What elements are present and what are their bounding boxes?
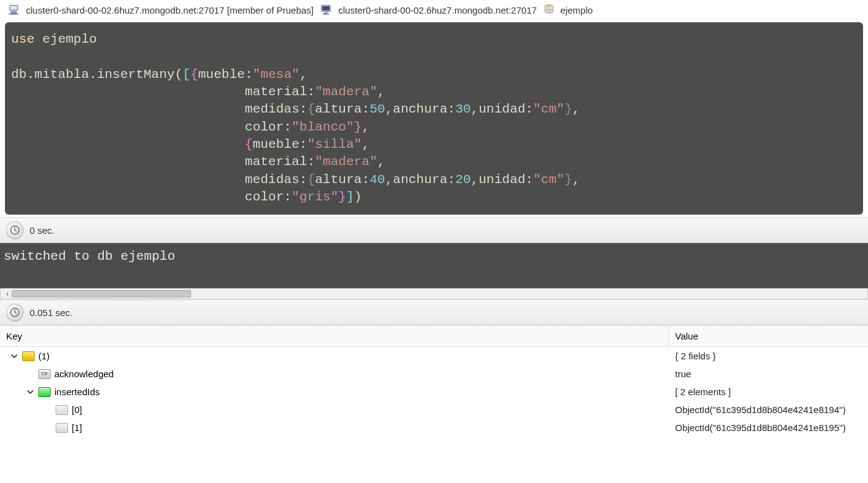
svg-rect-5	[323, 6, 330, 11]
result-row[interactable]: [1]ObjectId("61c395d1d8b804e4241e8195")	[0, 419, 868, 437]
console-output: switched to db ejemplo	[0, 243, 868, 288]
chevron-down-icon[interactable]	[10, 352, 19, 361]
svg-rect-7	[323, 14, 329, 15]
svg-rect-2	[11, 12, 16, 14]
query-editor[interactable]: use ejemplo db.mitabla.insertMany([{mueb…	[5, 22, 863, 215]
result-key: [1]	[72, 422, 82, 433]
clock-icon	[6, 304, 23, 321]
result-row[interactable]: [0]ObjectId("61c395d1d8b804e4241e8194")	[0, 401, 868, 419]
oid-type-icon	[56, 405, 68, 415]
breadcrumb-host-context[interactable]: cluster0-shard-00-02.6huz7.mongodb.net:2…	[7, 4, 313, 16]
result-row[interactable]: insertedIds[ 2 elements ]	[0, 383, 868, 401]
results-column-key[interactable]: Key	[0, 326, 669, 346]
svg-rect-6	[325, 12, 328, 14]
breadcrumb-database-label: ejemplo	[560, 5, 593, 15]
result-value: ObjectId("61c395d1d8b804e4241e8195")	[669, 421, 868, 434]
results-column-value[interactable]: Value	[669, 326, 868, 346]
arr-type-icon	[38, 387, 51, 397]
server-icon	[7, 4, 21, 16]
result-key: [0]	[72, 404, 82, 415]
oid-type-icon	[56, 423, 68, 433]
results-header: Key Value	[0, 326, 868, 347]
scroll-left-icon[interactable]: ‹	[3, 289, 12, 298]
result-key: acknowledged	[54, 369, 114, 379]
svg-rect-1	[11, 6, 17, 9]
breadcrumb: cluster0-shard-00-02.6huz7.mongodb.net:2…	[0, 0, 868, 20]
console-output-text: switched to db ejemplo	[4, 249, 175, 263]
breadcrumb-host-context-label: cluster0-shard-00-02.6huz7.mongodb.net:2…	[26, 5, 313, 15]
result-value: ObjectId("61c395d1d8b804e4241e8194")	[669, 403, 868, 416]
timing-bar-1: 0 sec.	[0, 217, 868, 243]
result-value: { 2 fields }	[669, 349, 868, 362]
bool-type-icon: T/F	[38, 369, 51, 379]
result-row[interactable]: T/Facknowledgedtrue	[0, 365, 868, 383]
horizontal-scrollbar[interactable]: ‹	[0, 288, 868, 299]
clock-icon	[6, 221, 23, 239]
result-value: true	[669, 367, 868, 380]
results-body: (1){ 2 fields }T/Facknowledgedtrueinsert…	[0, 347, 868, 437]
result-row[interactable]: (1){ 2 fields }	[0, 347, 868, 365]
timing-bar-2: 0.051 sec.	[0, 299, 868, 325]
result-key: (1)	[38, 351, 49, 361]
breadcrumb-host-label: cluster0-shard-00-02.6huz7.mongodb.net:2…	[338, 5, 537, 15]
chevron-down-icon[interactable]	[26, 388, 35, 396]
svg-rect-3	[9, 14, 19, 15]
result-key: insertedIds	[54, 387, 100, 397]
scroll-thumb[interactable]	[12, 290, 191, 297]
database-icon	[543, 4, 555, 16]
breadcrumb-database[interactable]: ejemplo	[543, 4, 593, 16]
result-value: [ 2 elements ]	[669, 385, 868, 398]
timing-1-value: 0 sec.	[30, 225, 54, 236]
obj-type-icon	[22, 351, 35, 361]
timing-2-value: 0.051 sec.	[30, 307, 72, 318]
results-panel: Key Value (1){ 2 fields }T/Facknowledged…	[0, 325, 868, 437]
breadcrumb-host[interactable]: cluster0-shard-00-02.6huz7.mongodb.net:2…	[320, 4, 537, 16]
monitor-icon	[320, 4, 333, 16]
